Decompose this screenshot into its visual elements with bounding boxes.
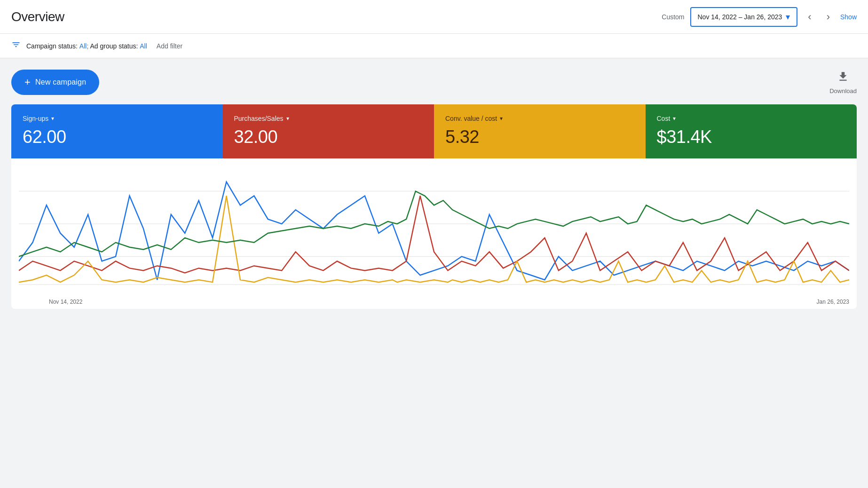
metric-label-purchases[interactable]: Purchases/Sales ▾ <box>234 115 423 122</box>
filter-bar: Campaign status: All; Ad group status: A… <box>0 34 868 58</box>
download-label: Download <box>829 87 857 94</box>
metric-label-signups[interactable]: Sign-ups ▾ <box>23 115 212 122</box>
header-controls: Custom Nov 14, 2022 – Jan 26, 2023 ▾ ‹ ›… <box>662 7 857 27</box>
metric-card-conv-value: Conv. value / cost ▾ 5.32 <box>434 104 646 158</box>
main-content: + New campaign Download Sign-ups ▾ 62.00… <box>0 58 868 309</box>
page-title: Overview <box>11 9 64 24</box>
new-campaign-button[interactable]: + New campaign <box>11 70 99 95</box>
chevron-down-icon: ▾ <box>673 115 676 122</box>
custom-label: Custom <box>662 13 684 21</box>
download-icon <box>837 71 849 86</box>
show-button[interactable]: Show <box>840 13 857 21</box>
new-campaign-label: New campaign <box>35 78 86 87</box>
filter-status: Campaign status: All; Ad group status: A… <box>26 42 147 50</box>
metric-label-conv-value[interactable]: Conv. value / cost ▾ <box>445 115 634 122</box>
prev-arrow-button[interactable]: ‹ <box>803 8 816 26</box>
add-filter-button[interactable]: Add filter <box>153 40 186 52</box>
campaign-status-value[interactable]: All <box>79 42 87 50</box>
metric-value-cost: $31.4K <box>657 127 846 147</box>
chart-svg <box>19 168 849 294</box>
chevron-down-icon: ▾ <box>786 12 790 22</box>
date-range-button[interactable]: Nov 14, 2022 – Jan 26, 2023 ▾ <box>690 7 798 27</box>
metrics-row: Sign-ups ▾ 62.00 Purchases/Sales ▾ 32.00… <box>11 104 857 158</box>
metric-card-cost: Cost ▾ $31.4K <box>646 104 857 158</box>
chart-date-start: Nov 14, 2022 <box>49 299 82 305</box>
date-range-text: Nov 14, 2022 – Jan 26, 2023 <box>698 13 782 21</box>
metric-label-cost[interactable]: Cost ▾ <box>657 115 846 122</box>
chevron-down-icon: ▾ <box>286 115 289 122</box>
header: Overview Custom Nov 14, 2022 – Jan 26, 2… <box>0 0 868 34</box>
chevron-down-icon: ▾ <box>500 115 503 122</box>
ad-group-status-value[interactable]: All <box>140 42 147 50</box>
metric-card-signups: Sign-ups ▾ 62.00 <box>11 104 223 158</box>
chevron-down-icon: ▾ <box>51 115 54 122</box>
chart-container: Nov 14, 2022 Jan 26, 2023 <box>11 158 857 309</box>
metric-value-conv-value: 5.32 <box>445 127 634 147</box>
metric-card-purchases: Purchases/Sales ▾ 32.00 <box>223 104 434 158</box>
filter-icon <box>11 40 21 52</box>
next-arrow-button[interactable]: › <box>822 8 835 26</box>
download-button[interactable]: Download <box>829 71 857 94</box>
plus-icon: + <box>24 77 31 87</box>
chart-date-end: Jan 26, 2023 <box>817 299 849 305</box>
toolbar-row: + New campaign Download <box>11 70 857 95</box>
metric-value-signups: 62.00 <box>23 127 212 147</box>
metric-value-purchases: 32.00 <box>234 127 423 147</box>
